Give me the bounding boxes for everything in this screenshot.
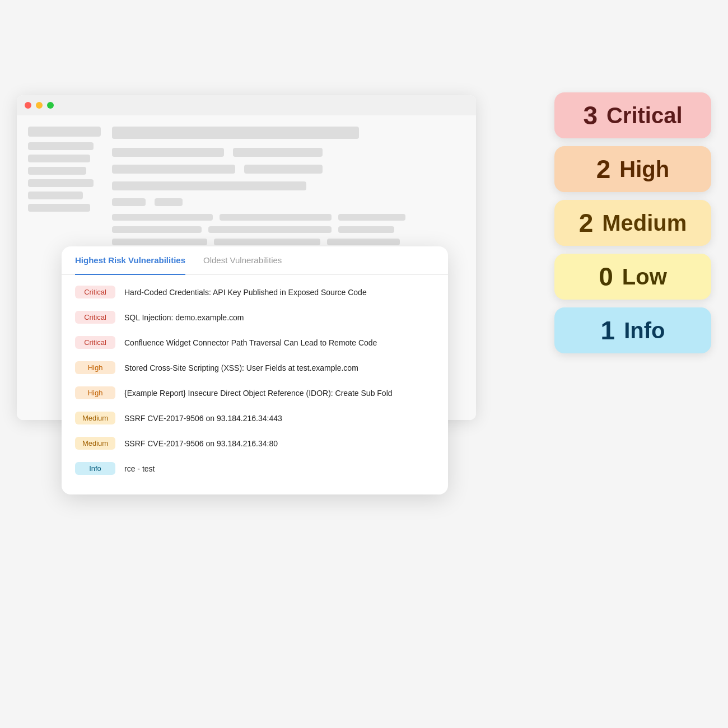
vuln-severity-badge: Critical bbox=[75, 336, 115, 349]
tab-oldest[interactable]: Oldest Vulnerabilities bbox=[203, 246, 282, 275]
vuln-title: rce - test bbox=[124, 464, 155, 473]
vuln-severity-badge: Medium bbox=[75, 437, 115, 450]
browser-title-bar bbox=[17, 95, 476, 115]
browser-dot-close bbox=[25, 102, 31, 109]
stat-label-medium: Medium bbox=[602, 211, 687, 236]
stat-label-critical: Critical bbox=[606, 103, 683, 128]
vuln-severity-badge: Critical bbox=[75, 311, 115, 324]
vuln-severity-badge: High bbox=[75, 361, 115, 374]
vuln-title: {Example Report} Insecure Direct Object … bbox=[124, 389, 393, 398]
tab-highest[interactable]: Highest Risk Vulnerabilities bbox=[75, 246, 185, 275]
stat-label-low: Low bbox=[622, 264, 667, 290]
vuln-severity-badge: Critical bbox=[75, 286, 115, 298]
vuln-list: Critical Hard-Coded Credentials: API Key… bbox=[62, 275, 448, 486]
stat-label-high: High bbox=[619, 157, 669, 182]
stat-badge-info: 1 Info bbox=[554, 307, 711, 353]
vuln-tabs: Highest Risk VulnerabilitiesOldest Vulne… bbox=[62, 246, 448, 275]
stat-badge-high: 2 High bbox=[554, 146, 711, 192]
browser-dot-maximize bbox=[47, 102, 54, 109]
stat-badge-low: 0 Low bbox=[554, 254, 711, 300]
vuln-item[interactable]: High Stored Cross-Site Scripting (XSS): … bbox=[62, 355, 448, 380]
stat-count-info: 1 bbox=[601, 315, 615, 346]
vuln-item[interactable]: High {Example Report} Insecure Direct Ob… bbox=[62, 380, 448, 405]
vuln-item[interactable]: Info rce - test bbox=[62, 456, 448, 481]
vuln-title: Stored Cross-Site Scripting (XSS): User … bbox=[124, 363, 358, 372]
browser-dot-minimize bbox=[36, 102, 43, 109]
vuln-item[interactable]: Critical Confluence Widget Connector Pat… bbox=[62, 330, 448, 355]
vuln-severity-badge: High bbox=[75, 386, 115, 399]
vuln-severity-badge: Medium bbox=[75, 412, 115, 424]
stat-label-info: Info bbox=[624, 318, 665, 343]
vuln-title: SSRF CVE-2017-9506 on 93.184.216.34:80 bbox=[124, 439, 278, 448]
stat-badges: 3 Critical 2 High 2 Medium 0 Low 1 Info bbox=[554, 92, 711, 353]
stat-count-medium: 2 bbox=[579, 208, 594, 238]
vuln-item[interactable]: Critical SQL Injection: demo.example.com bbox=[62, 305, 448, 330]
vuln-item[interactable]: Medium SSRF CVE-2017-9506 on 93.184.216.… bbox=[62, 405, 448, 431]
vuln-title: SSRF CVE-2017-9506 on 93.184.216.34:443 bbox=[124, 414, 282, 423]
vuln-title: SQL Injection: demo.example.com bbox=[124, 313, 244, 322]
vuln-title: Hard-Coded Credentials: API Key Publishe… bbox=[124, 288, 367, 297]
vuln-panel: Highest Risk VulnerabilitiesOldest Vulne… bbox=[62, 246, 448, 494]
stat-badge-medium: 2 Medium bbox=[554, 200, 711, 246]
vuln-item[interactable]: Critical Hard-Coded Credentials: API Key… bbox=[62, 279, 448, 305]
vuln-item[interactable]: Medium SSRF CVE-2017-9506 on 93.184.216.… bbox=[62, 431, 448, 456]
vuln-severity-badge: Info bbox=[75, 462, 115, 475]
stat-badge-critical: 3 Critical bbox=[554, 92, 711, 138]
stat-count-low: 0 bbox=[599, 262, 613, 292]
vuln-title: Confluence Widget Connector Path Travers… bbox=[124, 338, 377, 347]
stat-count-critical: 3 bbox=[583, 100, 598, 130]
stat-count-high: 2 bbox=[596, 154, 611, 184]
